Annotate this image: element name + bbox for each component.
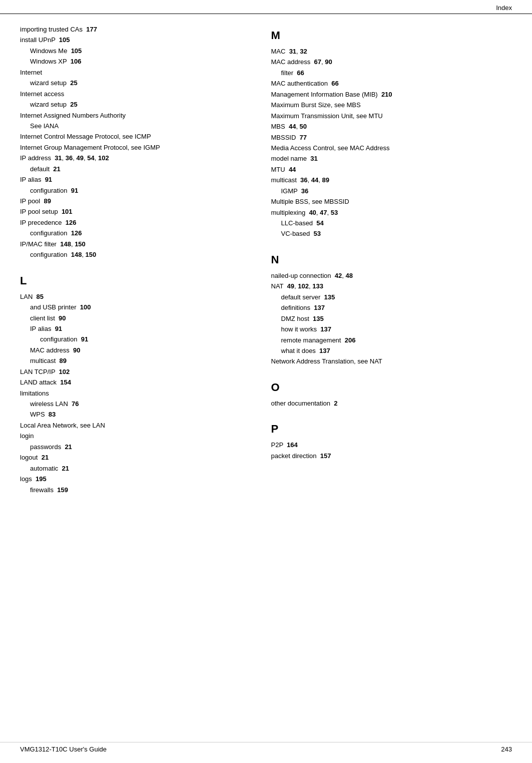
list-item: other documentation 2 [271, 398, 512, 409]
section-letter-O: O [271, 381, 512, 394]
page-header: Index [0, 0, 532, 14]
page-footer: VMG1312-T10C User's Guide 243 [0, 742, 532, 753]
right-column: M MAC 31, 32 MAC address 67, 90 filter 6… [266, 24, 512, 495]
section-letter-N: N [271, 253, 512, 266]
list-item: nailed-up connection 42, 48 NAT 49, 102,… [271, 270, 512, 367]
list-item: LAN 85 and USB printer 100 client list 9… [20, 291, 251, 495]
section-letter-P: P [271, 423, 512, 436]
list-item: P2P 164 packet direction 157 [271, 440, 512, 461]
list-item: MAC 31, 32 MAC address 67, 90 filter 66 … [271, 46, 512, 239]
left-column: importing trusted CAs 177 install UPnP 1… [20, 24, 266, 495]
section-letter-L: L [20, 274, 251, 287]
list-item: importing trusted CAs 177 install UPnP 1… [20, 24, 251, 260]
section-letter-M: M [271, 29, 512, 42]
footer-right: 243 [501, 745, 512, 753]
header-title: Index [496, 4, 512, 12]
footer-left: VMG1312-T10C User's Guide [20, 745, 107, 753]
